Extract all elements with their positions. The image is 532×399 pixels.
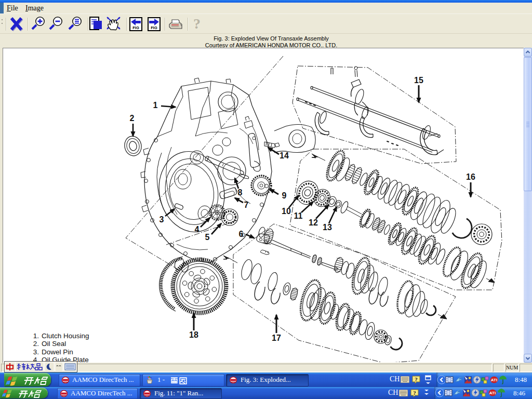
svg-text:ATI: ATI: [491, 378, 497, 382]
svg-text:15: 15: [414, 76, 423, 85]
svg-text:?: ?: [193, 16, 201, 32]
svg-text:?: ?: [413, 390, 416, 396]
svg-text:?: ?: [415, 376, 418, 382]
svg-text:11: 11: [294, 211, 303, 220]
svg-text:2.: 2.: [33, 340, 39, 348]
svg-text:1.: 1.: [33, 332, 39, 340]
svg-text:18: 18: [189, 330, 198, 339]
svg-text:Dowel Pin: Dowel Pin: [42, 348, 73, 356]
svg-text:FIG: FIG: [151, 25, 157, 30]
svg-text:1: 1: [153, 101, 158, 110]
svg-text:4: 4: [195, 225, 200, 234]
svg-text:Clutch Housing: Clutch Housing: [42, 332, 89, 340]
svg-text:3.: 3.: [33, 348, 39, 356]
svg-text:13: 13: [323, 223, 332, 232]
svg-text:FIG: FIG: [132, 25, 139, 30]
svg-text:2: 2: [130, 114, 135, 123]
svg-text:5: 5: [205, 233, 210, 242]
svg-text:6: 6: [239, 230, 244, 238]
svg-text:ATI: ATI: [489, 391, 496, 395]
svg-text:3: 3: [159, 215, 164, 224]
svg-text:16: 16: [466, 172, 475, 181]
svg-text:9: 9: [282, 191, 287, 200]
svg-text:12: 12: [309, 218, 318, 227]
svg-text:Oil Seal: Oil Seal: [42, 340, 66, 348]
svg-text:7: 7: [244, 201, 249, 209]
svg-text:17: 17: [272, 334, 281, 342]
svg-text:10: 10: [282, 207, 291, 216]
svg-text:14: 14: [280, 151, 289, 160]
